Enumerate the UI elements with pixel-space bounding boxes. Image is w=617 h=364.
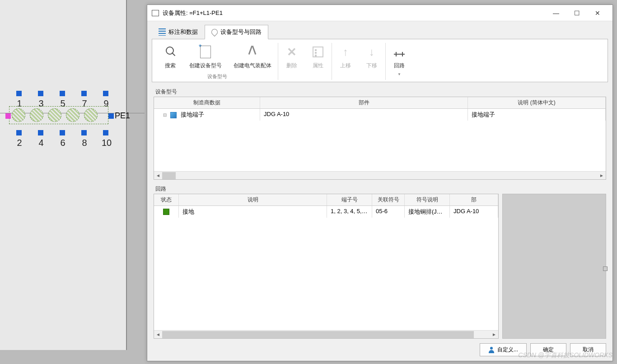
move-down-button: ↓ 下移 [361, 43, 383, 71]
scroll-left-button[interactable]: ◄ [154, 331, 162, 338]
horizontal-scrollbar[interactable]: ◄ ► [154, 330, 498, 338]
create-part-button[interactable]: 创建设备型号 [186, 43, 225, 71]
part-icon [170, 112, 177, 118]
search-icon [164, 46, 177, 58]
close-button[interactable]: ✕ [587, 6, 608, 20]
device-properties-dialog: 设备属性: =F1+L1-PE1 — ☐ ✕ 标注和数据 设备型号与回路 搜索 [147, 5, 613, 361]
arrow-up-icon: ↑ [343, 46, 348, 58]
person-icon [488, 347, 495, 353]
maximize-button[interactable]: ☐ [566, 6, 587, 20]
delete-button: ✕ 删除 [281, 43, 303, 71]
customize-button[interactable]: 自定义... [480, 343, 527, 356]
drawing-sheet [0, 0, 126, 350]
ok-button[interactable]: 确定 [530, 343, 566, 356]
terminal-body [9, 106, 108, 124]
preview-panel [502, 194, 606, 339]
part-table-header: 制造商数据 部件 说明 (简体中文) [154, 97, 606, 109]
table-row[interactable]: 接地 1, 2, 3, 4, 5, 6, ... 05-6 接地铜排(JD...… [154, 206, 498, 218]
ribbon-toolbar: 搜索 创建设备型号 创建电气装配体 设备型号 ✕ 删除 [152, 39, 608, 82]
wrench-icon [210, 28, 219, 37]
tab-annotation-data[interactable]: 标注和数据 [152, 25, 205, 39]
scroll-left-button[interactable]: ◄ [154, 172, 162, 179]
chevron-down-icon: ▼ [397, 72, 401, 76]
col-termno[interactable]: 端子号 [327, 194, 372, 205]
minimize-button[interactable]: — [546, 6, 566, 20]
scroll-thumb[interactable] [162, 331, 474, 338]
terminal-2: 2 [15, 127, 24, 149]
circuit-groupbox: 回路 状态 说明 端子号 关联符号 符号说明 部 接地 [154, 185, 606, 339]
arrow-down-icon: ↓ [369, 46, 374, 58]
terminal-10: 10 [102, 127, 111, 149]
list-icon [159, 28, 166, 36]
col-symdesc[interactable]: 符号说明 [405, 194, 450, 205]
col-mfr[interactable]: 制造商数据 [154, 97, 260, 108]
scroll-thumb[interactable] [162, 172, 176, 179]
col-desc[interactable]: 说明 (简体中文) [468, 97, 606, 108]
part-table-body[interactable]: ⊟ 接地端子 JDG A-10 接地端子 [154, 109, 606, 171]
terminal-8: 8 [80, 127, 89, 149]
groupbox-label: 回路 [154, 185, 606, 193]
crosshair-vertical [126, 0, 127, 350]
cancel-button[interactable]: 取消 [570, 343, 606, 356]
properties-button: 属性 [307, 43, 329, 71]
col-desc[interactable]: 说明 [179, 194, 327, 205]
circuit-table-body[interactable]: 接地 1, 2, 3, 4, 5, 6, ... 05-6 接地铜排(JD...… [154, 206, 498, 330]
new-doc-icon [200, 46, 211, 58]
create-assembly-button[interactable]: 创建电气装配体 [230, 43, 275, 71]
col-status[interactable]: 状态 [154, 194, 179, 205]
tab-part-circuit[interactable]: 设备型号与回路 [205, 25, 268, 39]
window-icon [152, 10, 159, 16]
terminal-4: 4 [37, 127, 46, 149]
scroll-right-button[interactable]: ► [598, 172, 606, 179]
properties-icon [313, 47, 323, 57]
tab-label: 设备型号与回路 [220, 28, 262, 36]
assembly-icon [246, 46, 259, 58]
search-button[interactable]: 搜索 [159, 43, 181, 71]
window-title: 设备属性: =F1+L1-PE1 [163, 9, 546, 17]
circuit-icon [394, 54, 405, 55]
circuit-table-header: 状态 说明 端子号 关联符号 符号说明 部 [154, 194, 498, 206]
ribbon-group-label: 设备型号 [207, 73, 227, 80]
part-groupbox: 设备型号 制造商数据 部件 说明 (简体中文) ⊟ 接地端子 JDG A-10 … [154, 88, 606, 180]
tab-bar: 标注和数据 设备型号与回路 [147, 21, 612, 39]
titlebar[interactable]: 设备属性: =F1+L1-PE1 — ☐ ✕ [147, 5, 612, 21]
tab-label: 标注和数据 [168, 28, 198, 36]
move-up-button: ↑ 上移 [335, 43, 356, 71]
terminal-bottom-row: 2 4 6 8 10 [11, 127, 138, 151]
dialog-footer: 自定义... 确定 取消 [147, 339, 612, 361]
circuit-button[interactable]: 回路 ▼ [388, 43, 410, 78]
groupbox-label: 设备型号 [154, 88, 606, 96]
col-assoc[interactable]: 关联符号 [372, 194, 405, 205]
table-row[interactable]: ⊟ 接地端子 JDG A-10 接地端子 [154, 109, 606, 121]
status-icon [163, 209, 169, 215]
delete-icon: ✕ [287, 45, 297, 59]
col-part[interactable]: 部 [450, 194, 498, 205]
origin-handle[interactable] [5, 112, 12, 120]
terminal-label: PE1 [108, 111, 130, 121]
col-part[interactable]: 部件 [260, 97, 468, 108]
horizontal-scrollbar[interactable]: ◄ ► [154, 171, 606, 179]
terminal-6: 6 [58, 127, 67, 149]
scroll-right-button[interactable]: ► [490, 331, 498, 338]
